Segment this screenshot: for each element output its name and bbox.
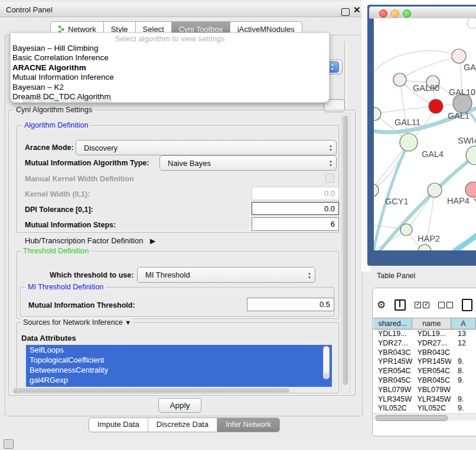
table-row[interactable]: YER054CYER054C8.: [373, 367, 476, 376]
attribute-item-gal4rgexp[interactable]: gal4RGexp: [26, 375, 332, 385]
zoom-traffic-light-icon[interactable]: [403, 9, 411, 18]
apply-button[interactable]: Apply: [158, 398, 201, 413]
table-cell[interactable]: 13: [451, 330, 476, 339]
network-node[interactable]: [467, 18, 476, 28]
deselect-all-checks-icon[interactable]: [438, 302, 453, 308]
table-cell[interactable]: YER054C: [412, 367, 451, 376]
network-window-titlebar[interactable]: [369, 6, 476, 19]
attribute-item-selfloops[interactable]: SelfLoops: [26, 345, 332, 355]
table-cell[interactable]: YBR045C: [373, 376, 412, 386]
table-cell[interactable]: [451, 386, 476, 395]
table-cell[interactable]: 9.: [451, 395, 476, 405]
table-row[interactable]: YIL052CYIL052C9.: [373, 404, 476, 413]
mi-threshold-field[interactable]: 0.5: [247, 298, 334, 311]
table-cell[interactable]: 9.: [451, 357, 476, 367]
table-cell[interactable]: YDR27...: [412, 339, 451, 348]
float-panel-icon[interactable]: [341, 8, 350, 16]
attribute-item-topologicalcoefficient[interactable]: TopologicalCoefficient: [26, 355, 332, 365]
close-traffic-light-icon[interactable]: [379, 9, 387, 18]
table-cell[interactable]: 9.: [451, 376, 476, 386]
algorithm-option-bayesian-hill-climbing[interactable]: Bayesian – Hill Climbing: [12, 44, 114, 53]
algorithm-option-aracne-algorithm[interactable]: ARACNE Algorithm: [12, 63, 114, 73]
mi-algorithm-type-combo[interactable]: Naive Bayes ▲▼: [159, 155, 337, 171]
table-cell[interactable]: [451, 348, 476, 358]
select-all-checks-icon[interactable]: ✓ ✓: [415, 302, 429, 308]
algorithm-dropdown-popup: Select algorithm to view settings Bayesi…: [10, 32, 330, 103]
bottom-tab-infer-network[interactable]: Infer Network: [217, 418, 279, 432]
table-cell[interactable]: 8.: [451, 367, 476, 376]
kernel-width-field[interactable]: 0.0: [252, 187, 339, 200]
table-cell[interactable]: YPR145W: [412, 357, 451, 367]
network-edge[interactable]: [374, 106, 436, 114]
unchecked-box-icon: [446, 302, 453, 308]
algorithm-option-basic-correlation-inference[interactable]: Basic Correlation Inference: [12, 53, 114, 63]
document-icon[interactable]: [462, 299, 472, 311]
table-horizontal-scrollbar[interactable]: [373, 413, 476, 420]
table-cell[interactable]: YIL052C: [412, 404, 451, 413]
table-row[interactable]: YLR345WYLR345W9.: [373, 395, 476, 405]
algorithm-option-mutual-information-inference[interactable]: Mutual Information Inference: [12, 73, 114, 82]
table-cell[interactable]: YDL19...: [373, 330, 412, 339]
minimize-traffic-light-icon[interactable]: [391, 9, 399, 18]
dpi-tolerance-field[interactable]: 0.0: [252, 202, 339, 215]
column-header-shared[interactable]: shared...: [373, 318, 412, 330]
table-cell[interactable]: YBR043C: [373, 348, 412, 358]
network-node[interactable]: [428, 183, 442, 197]
node-label-gal80: GAL80: [413, 83, 439, 93]
table-cell[interactable]: 12: [451, 339, 476, 348]
panel-collapse-icon[interactable]: [4, 439, 14, 449]
table-cell[interactable]: YBR045C: [412, 376, 451, 386]
table-cell[interactable]: YDR27...: [373, 339, 412, 348]
data-attributes-list[interactable]: SelfLoopsTopologicalCoefficientBetweenne…: [26, 345, 332, 387]
attr-list-scrollbar[interactable]: [323, 346, 330, 379]
hub-tf-expander[interactable]: Hub/Transcription Factor Definition ▶: [25, 236, 155, 245]
table-cell[interactable]: YER054C: [373, 367, 412, 376]
network-node[interactable]: [429, 99, 443, 113]
table-cell[interactable]: 9.: [451, 404, 476, 413]
close-panel-icon[interactable]: ✕: [353, 5, 361, 15]
table-row[interactable]: YBR043CYBR043C: [373, 348, 476, 358]
table-cell[interactable]: YBL079W: [412, 386, 451, 395]
table-row[interactable]: YPR145WYPR145W9.: [373, 357, 476, 367]
table-row[interactable]: YBR045CYBR045C9.: [373, 376, 476, 386]
network-node[interactable]: [393, 73, 406, 86]
attr-list-scrollbar-thumb[interactable]: [324, 347, 329, 373]
table-cell[interactable]: YBR043C: [412, 348, 451, 358]
bottom-tab-impute-data[interactable]: Impute Data: [89, 418, 148, 432]
table-panel-title: Table Panel: [377, 272, 415, 280]
table-horizontal-scrollbar-thumb[interactable]: [376, 415, 448, 421]
table-row[interactable]: YDR27...YDR27...12: [373, 339, 476, 348]
table-cell[interactable]: YDL19...: [412, 330, 451, 339]
manual-kernel-width-checkbox[interactable]: [325, 174, 334, 182]
network-node[interactable]: [418, 244, 431, 250]
mi-steps-field[interactable]: 6: [252, 217, 339, 231]
network-node[interactable]: [452, 49, 466, 63]
column-header-a[interactable]: A: [451, 318, 476, 330]
network-edge[interactable]: [455, 234, 476, 250]
network-node[interactable]: [400, 224, 412, 236]
sources-title-wrap[interactable]: Sources for Network Inference ▼: [21, 318, 133, 327]
gear-icon[interactable]: ⚙: [377, 299, 386, 311]
network-node[interactable]: [465, 182, 476, 197]
network-view-canvas[interactable]: GALGAL80GAL10GAL1GAL11SWI4GAL4GCY1HAP4YH…: [374, 18, 476, 250]
table-row[interactable]: YBL079WYBL079W: [373, 386, 476, 395]
table-cell[interactable]: YPR145W: [373, 357, 412, 367]
attribute-item-betweennesscentrality[interactable]: BetweennessCentrality: [26, 365, 332, 375]
network-node[interactable]: [400, 133, 418, 151]
table-cell[interactable]: YLR345W: [412, 395, 451, 405]
network-edge[interactable]: [400, 56, 459, 80]
table-cell[interactable]: YBL079W: [373, 386, 412, 395]
table-row[interactable]: YDL19...YDL19...13: [373, 330, 476, 339]
aracne-mode-combo[interactable]: Discovery ▲▼: [76, 140, 337, 155]
settings-vertical-scrollbar-thumb[interactable]: [343, 116, 348, 385]
column-layout-icon[interactable]: [395, 299, 406, 311]
dpi-tolerance-value: 0.0: [324, 204, 335, 213]
control-panel-titlebar[interactable]: Control Panel ✕: [0, 2, 366, 17]
table-cell[interactable]: YLR345W: [373, 395, 412, 405]
algorithm-option-bayesian-k2[interactable]: Bayesian – K2: [12, 83, 114, 92]
bottom-tab-discretize-data[interactable]: Discretize Data: [148, 418, 217, 432]
which-threshold-combo[interactable]: MI Threshold ▲▼: [137, 267, 315, 283]
aracne-mode-label: Aracne Mode:: [25, 144, 74, 152]
table-cell[interactable]: YIL052C: [373, 404, 412, 413]
column-header-name[interactable]: name: [412, 318, 451, 330]
